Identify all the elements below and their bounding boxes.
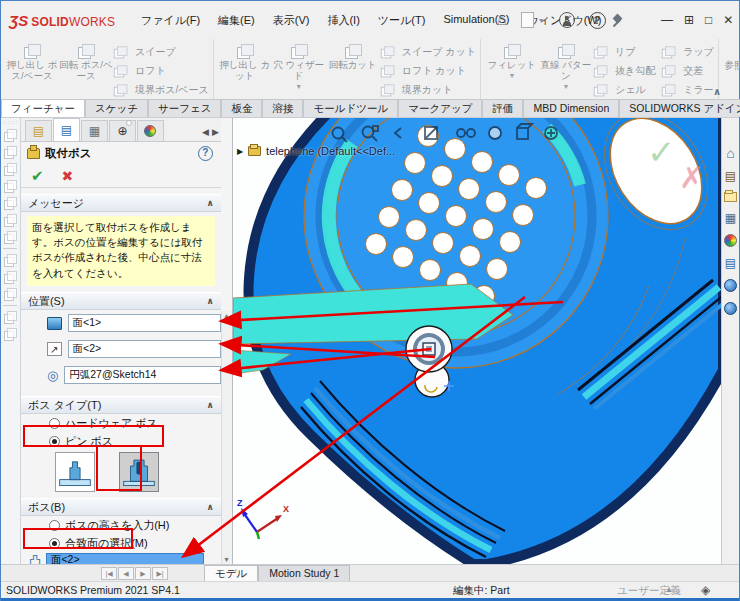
sketch-tool-icon-2[interactable] xyxy=(4,271,17,283)
prev-tab-button[interactable]: ◀ xyxy=(118,567,134,580)
tab-addins[interactable]: SOLIDWORKS アドイン xyxy=(619,99,740,117)
arc-selection-field[interactable]: 円弧27@Sketch14 xyxy=(64,366,221,384)
maximize-button[interactable]: □ xyxy=(705,13,712,27)
tab-moldtools[interactable]: モールドツール xyxy=(303,99,398,117)
scroll-down-icon[interactable]: ▼ xyxy=(223,556,230,563)
flyout-feature-tree[interactable]: ▶ telephone (Default<<Def... xyxy=(237,145,395,157)
next-tab-button[interactable]: ▶ xyxy=(135,567,151,580)
boss-section-header[interactable]: ボス(B)∧ xyxy=(21,498,221,516)
last-tab-button[interactable]: ▶| xyxy=(152,567,168,580)
forum-icon[interactable] xyxy=(724,279,737,292)
confirmation-corner-cancel[interactable]: ✗ xyxy=(679,160,704,195)
reference-geometry-button[interactable]: 参照 ジオメトリ▼ xyxy=(723,41,740,90)
mate-face-radio[interactable] xyxy=(49,538,60,549)
boss-height-radio[interactable] xyxy=(49,520,60,531)
view-palette-icon[interactable]: ▦ xyxy=(725,212,736,224)
confirmation-corner-ok[interactable]: ✓ xyxy=(647,132,676,172)
copy-tool-icon-2[interactable] xyxy=(4,328,17,340)
tab-sketch[interactable]: スケッチ xyxy=(85,99,148,117)
user-account-icon[interactable] xyxy=(559,12,575,28)
hardware-boss-radio[interactable] xyxy=(49,418,60,429)
model-tab[interactable]: モデル xyxy=(204,565,258,581)
home-icon[interactable]: ⌂ xyxy=(497,11,507,29)
toolbar-grip[interactable]: :::::: xyxy=(2,120,18,124)
tab-surfaces[interactable]: サーフェス xyxy=(148,99,221,117)
menu-file[interactable]: ファイル(F) xyxy=(133,10,208,31)
wrap-button[interactable]: ラップ xyxy=(661,44,714,60)
copy-tool-icon-1[interactable] xyxy=(4,311,17,323)
menu-view[interactable]: 表示(V) xyxy=(265,10,318,31)
appearances-icon[interactable] xyxy=(724,234,737,247)
boundary-cut-button[interactable]: 境界カット xyxy=(380,82,476,98)
ok-button[interactable]: ✔ xyxy=(31,167,44,185)
edit-appearance-icon[interactable] xyxy=(489,127,501,139)
view-cube-icon-6[interactable] xyxy=(4,214,17,226)
tree-expand-icon[interactable]: ▶ xyxy=(237,147,243,156)
lofted-cut-button[interactable]: ロフト カット xyxy=(380,63,476,79)
hardware-boss-radio-row[interactable]: ハードウェア ボス xyxy=(21,414,221,432)
menu-edit[interactable]: 編集(E) xyxy=(210,10,263,31)
intersect-button[interactable]: 交差 xyxy=(661,63,714,79)
pm-scrollbar[interactable]: ▲ ▼ xyxy=(221,311,232,564)
status-expand-icon[interactable]: ▲ xyxy=(665,585,673,594)
pm-tab-scroll-right[interactable]: ▶ xyxy=(212,127,219,137)
rib-button[interactable]: リブ xyxy=(593,44,655,60)
solidworks-resources-icon[interactable] xyxy=(724,302,737,315)
boundary-boss-button[interactable]: 境界ボス/ベース xyxy=(113,82,209,98)
mirror-button[interactable]: ミラー xyxy=(661,82,714,98)
revolved-boss-button[interactable]: 回転 ボス/ベース xyxy=(59,41,113,82)
model-telephone[interactable]: Z X xyxy=(233,118,721,564)
extruded-boss-button[interactable]: 押し出し ボス/ベース xyxy=(5,41,59,82)
featuremanager-tab[interactable]: ▤ xyxy=(25,120,52,141)
hole-boss-style-button[interactable] xyxy=(119,452,159,492)
tab-evaluate[interactable]: 評価 xyxy=(482,99,523,117)
view-cube-icon-3[interactable] xyxy=(4,163,17,175)
face1-selection-field[interactable]: 面<1> xyxy=(68,314,221,332)
tab-mbd[interactable]: MBD Dimension xyxy=(523,99,619,117)
pin-boss-radio[interactable] xyxy=(49,436,60,447)
message-section-header[interactable]: メッセージ∧ xyxy=(21,194,221,212)
view-cube-icon-4[interactable] xyxy=(4,180,17,192)
boss-height-radio-row[interactable]: ボスの高さを入力(H) xyxy=(21,516,221,534)
tab-sheetmetal[interactable]: 板金 xyxy=(221,99,262,117)
custom-properties-icon[interactable]: ▤ xyxy=(725,257,736,269)
tree-part-label[interactable]: telephone (Default<<Def... xyxy=(266,145,395,157)
pin-menu-icon[interactable] xyxy=(611,13,625,27)
pane-button[interactable]: ⊞ xyxy=(684,13,694,27)
loft-button[interactable]: ロフト xyxy=(113,63,209,79)
sweep-button[interactable]: スイープ xyxy=(113,44,209,60)
first-tab-button[interactable]: |◀ xyxy=(101,567,117,580)
sketch-tool-icon-1[interactable] xyxy=(4,254,17,266)
motion-study-tab[interactable]: Motion Study 1 xyxy=(258,565,350,581)
hole-wizard-button[interactable]: 穴 ウィザード▼ xyxy=(272,41,326,90)
propertymanager-tab[interactable]: ▤ xyxy=(53,118,80,141)
revolved-cut-button[interactable]: 回転カット xyxy=(326,41,380,71)
new-document-dropdown-icon[interactable]: ▼ xyxy=(538,17,545,24)
new-document-icon[interactable] xyxy=(521,12,534,28)
fillet-button[interactable]: フィレット▼ xyxy=(485,41,539,79)
view-cube-icon-7[interactable] xyxy=(4,231,17,243)
sketch-tool-icon-3[interactable] xyxy=(4,288,17,300)
scroll-up-icon[interactable]: ▲ xyxy=(223,312,230,319)
view-cube-icon-2[interactable] xyxy=(4,146,17,158)
extruded-cut-button[interactable]: 押し出し カット xyxy=(218,41,272,82)
file-explorer-icon[interactable] xyxy=(724,192,737,202)
view-cube-icon-5[interactable] xyxy=(4,197,17,209)
position-section-header[interactable]: 位置(S)∧ xyxy=(21,292,221,310)
menu-tools[interactable]: ツール(T) xyxy=(370,10,434,31)
menu-insert[interactable]: 挿入(I) xyxy=(319,10,367,31)
view-cube-icon-1[interactable] xyxy=(4,129,17,141)
design-library-icon[interactable]: ▤ xyxy=(725,170,736,182)
pin-boss-style-button[interactable] xyxy=(55,452,95,492)
mate-face-radio-row[interactable]: 合致面の選択(M) xyxy=(21,534,221,552)
draft-button[interactable]: 抜き勾配 xyxy=(593,63,655,79)
boss-type-section-header[interactable]: ボス タイプ(T)∧ xyxy=(21,396,221,414)
shell-button[interactable]: シェル xyxy=(593,82,655,98)
configurationmanager-tab[interactable]: ▦ xyxy=(81,120,108,141)
swept-cut-button[interactable]: スイープ カット xyxy=(380,44,476,60)
pm-tab-scroll-left[interactable]: ◀ xyxy=(202,127,209,137)
close-button[interactable]: ✕ xyxy=(723,13,733,27)
pm-help-icon[interactable]: ? xyxy=(198,146,213,161)
displaymanager-tab[interactable] xyxy=(137,120,164,141)
graphics-viewport[interactable]: Z X ▶ telephone (Default<<Def... ✓ ✗ xyxy=(233,118,721,564)
